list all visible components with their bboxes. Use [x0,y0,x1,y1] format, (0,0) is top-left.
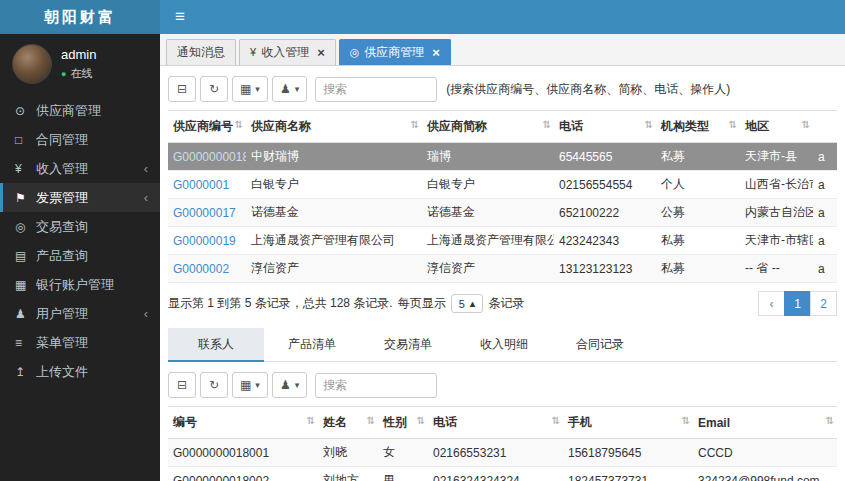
user-avatar[interactable] [12,44,52,84]
table-cell: 65445565 [554,143,656,171]
search-hint: (搜索供应商编号、供应商名称、简称、电话、操作人) [446,81,730,98]
sidebar-item-contracts[interactable]: □ 合同管理 [0,125,160,154]
column-header[interactable]: 供应商编号⇅ [168,111,246,143]
yen-icon: ¥ [250,46,256,58]
table-row[interactable]: G0000000018001 刘晓 女 02166553231 15618795… [168,439,837,467]
table-cell: 女 [378,439,428,467]
page-1-button[interactable]: 1 [784,291,811,316]
supplier-id-link[interactable]: G00000019 [168,227,246,255]
sidebar-item-invoices[interactable]: ⚑ 发票管理 ‹ [0,183,160,212]
supplier-search-input[interactable] [315,77,437,102]
column-header[interactable]: 手机⇅ [563,407,693,439]
table-row[interactable]: G0000001 白银专户 白银专户 02156554554 个人 山西省-长治… [168,171,837,199]
sidebar-item-suppliers[interactable]: ⊙ 供应商管理 [0,96,160,125]
tab-suppliers[interactable]: ◎ 供应商管理 × [339,39,451,65]
tab-income[interactable]: ¥ 收入管理 × [239,39,336,65]
tab-label: 收入管理 [261,44,309,61]
close-icon[interactable]: × [432,46,440,59]
table-cell: 0216324324324 [428,467,563,481]
brand-logo[interactable]: 朝阳财富 [0,0,160,34]
supplier-id-link[interactable]: G00000017 [168,199,246,227]
supplier-id-link[interactable]: G0000001 [168,171,246,199]
refresh-button[interactable]: ↻ [200,372,228,398]
table-cell: 个人 [656,171,740,199]
close-icon[interactable]: × [317,46,325,59]
toggle-view-button[interactable]: ⊟ [168,76,196,102]
table-cell: 山西省-长治市 [740,171,813,199]
column-header[interactable]: 性别⇅ [378,407,428,439]
page-size-dropdown[interactable]: 5 ▴ [451,294,484,313]
table-cell: 淳信资产 [246,255,422,283]
sort-icon: ⇅ [411,119,419,130]
table-cell: G0000000018001 [168,439,318,467]
table-header-row: 编号⇅ 姓名⇅ 性别⇅ 电话⇅ 手机⇅ Email⇅ [168,407,837,439]
table-cell: a [813,171,837,199]
table-cell: 男 [378,467,428,481]
column-header[interactable]: 机构类型⇅ [656,111,740,143]
sidebar-menu: ⊙ 供应商管理 □ 合同管理 ¥ 收入管理 ‹ ⚑ 发票管理 ‹ ◎ 交易查询 [0,96,160,386]
column-header[interactable]: 编号⇅ [168,407,318,439]
columns-dropdown-button[interactable]: ▦ ▾ [232,372,268,398]
contacts-table: 编号⇅ 姓名⇅ 性别⇅ 电话⇅ 手机⇅ Email⇅ G000000001800… [168,406,837,481]
table-cell: 私募 [656,143,740,171]
target-icon: ◎ [15,220,36,234]
column-header[interactable]: Email⇅ [693,407,837,439]
table-row[interactable]: G00000019 上海通晟资产管理有限公司 上海通晟资产管理有限公司 4232… [168,227,837,255]
tab-transaction-list[interactable]: 交易清单 [360,328,456,362]
columns-icon: ▦ [240,378,251,392]
table-cell: 白银专户 [246,171,422,199]
suppliers-table-wrap: 供应商编号⇅ 供应商名称⇅ 供应商简称⇅ 电话⇅ 机构类型⇅ 地区⇅ G0000… [168,110,837,283]
columns-dropdown-button[interactable]: ▦ ▾ [232,76,268,102]
column-header[interactable]: 供应商名称⇅ [246,111,422,143]
sidebar-item-menus[interactable]: ≡ 菜单管理 [0,328,160,357]
operator-dropdown-button[interactable]: ♟ ▾ [272,76,307,102]
sidebar-item-label: 合同管理 [36,131,154,149]
page-2-button[interactable]: 2 [810,291,837,316]
sidebar-item-transactions[interactable]: ◎ 交易查询 [0,212,160,241]
table-cell: 天津市-县 [740,143,813,171]
caret-down-icon: ▾ [255,84,260,94]
grid-icon: ▦ [15,278,36,292]
sidebar-item-label: 供应商管理 [36,102,154,120]
table-row[interactable]: G0000002 淳信资产 淳信资产 13123123123 私募 -- 省 -… [168,255,837,283]
sidebar-item-products[interactable]: ▤ 产品查询 [0,241,160,270]
hamburger-menu-icon[interactable]: ≡ [160,7,200,27]
tab-contacts[interactable]: 联系人 [168,328,264,362]
navbar: ≡ [160,0,845,34]
refresh-button[interactable]: ↻ [200,76,228,102]
sidebar-item-upload[interactable]: ↥ 上传文件 [0,357,160,386]
sidebar-item-income[interactable]: ¥ 收入管理 ‹ [0,154,160,183]
tab-contract-records[interactable]: 合同记录 [552,328,648,362]
page-prev-button[interactable]: ‹ [758,291,785,316]
operator-dropdown-button[interactable]: ♟ ▾ [272,372,307,398]
table-row[interactable]: G00000017 诺德基金 诺德基金 652100222 公募 内蒙古自治区 … [168,199,837,227]
circle-icon: ◎ [350,46,360,59]
table-cell: 刘地方 [318,467,378,481]
tab-income-detail[interactable]: 收入明细 [456,328,552,362]
sort-icon: ⇅ [417,415,425,426]
user-icon: ♟ [15,307,36,321]
tab-notifications[interactable]: 通知消息 [166,39,236,65]
table-cell: 白银专户 [422,171,554,199]
contacts-search-input[interactable] [315,373,437,398]
toggle-view-button[interactable]: ⊟ [168,372,196,398]
table-row[interactable]: G0000000018002 刘地方 男 0216324324324 18245… [168,467,837,481]
table-row[interactable]: G0000000018 中财瑞博 瑞博 65445565 私募 天津市-县 a [168,143,837,171]
column-header[interactable]: 电话⇅ [554,111,656,143]
sidebar-item-users[interactable]: ♟ 用户管理 ‹ [0,299,160,328]
column-header[interactable] [813,111,837,143]
tab-product-list[interactable]: 产品清单 [264,328,360,362]
supplier-id-link[interactable]: G0000002 [168,255,246,283]
yen-icon: ¥ [15,162,36,176]
chevron-left-icon: ‹ [144,190,154,205]
user-name: admin [61,47,96,62]
sidebar-item-bank-accounts[interactable]: ▦ 银行账户管理 [0,270,160,299]
sidebar-item-label: 收入管理 [36,160,144,178]
supplier-id-link[interactable]: G0000000018 [168,143,246,171]
column-header[interactable]: 姓名⇅ [318,407,378,439]
column-header[interactable]: 地区⇅ [740,111,813,143]
sort-icon: ⇅ [729,119,737,130]
document-icon: □ [15,133,36,147]
column-header[interactable]: 供应商简称⇅ [422,111,554,143]
column-header[interactable]: 电话⇅ [428,407,563,439]
